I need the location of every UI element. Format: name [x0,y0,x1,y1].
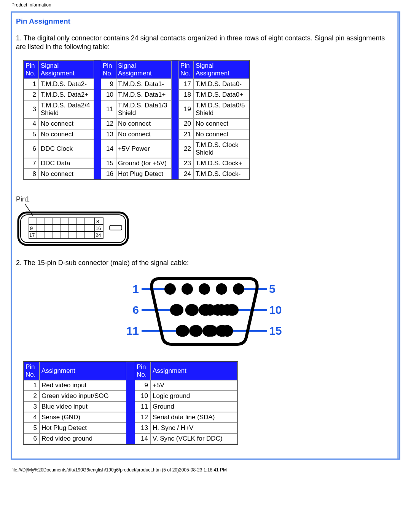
svg-point-48 [185,304,197,316]
dsub-label-10: 10 [269,304,282,316]
signal: Hot Plug Detect [116,169,172,179]
table-row: 1T.M.D.S. Data2-9T.M.D.S. Data1-17T.M.D.… [24,79,249,89]
pin-no: 11 [101,100,116,118]
dsub-pin-table: Pin No. Assignment Pin No. Assignment 1R… [23,361,238,445]
page-header: Product Information [0,0,411,10]
dsub-connector-diagram: 1 5 6 10 11 15 [109,276,299,348]
assignment: Ground [151,401,237,412]
pin-no: 14 [135,433,151,444]
dvi-label-9: 9 [30,225,33,231]
assignment: H. Sync / H+V [151,423,237,433]
pin-no: 10 [101,89,116,100]
footer-path: file:///D|/My%20Documents/dfu/190G6/engl… [11,467,411,473]
table-spacer [94,79,101,89]
svg-point-61 [221,325,233,337]
svg-rect-16 [110,225,122,230]
section-title: Pin Assignment [16,17,393,26]
pin-no: 2 [24,391,40,401]
assignment: Hot Plug Detect [40,423,126,433]
svg-point-59 [203,325,214,337]
pin-no: 6 [24,140,39,158]
pin-no: 2 [24,89,39,100]
table-row: 5Hot Plug Detect13H. Sync / H+V [24,423,237,433]
table-spacer [94,169,101,179]
table-spacer [94,118,101,129]
dsub-label-5: 5 [269,283,276,295]
table-row: 4No connect12No connect20No connect [24,118,249,129]
pin-no: 9 [101,79,116,89]
svg-point-51 [225,304,237,316]
signal: +5V Power [116,140,172,158]
intro-text: 1. The digital only connector contains 2… [16,34,393,51]
pin-no: 1 [24,79,39,89]
signal: DDC Clock [39,140,94,158]
svg-point-47 [172,304,183,316]
dsub-label-15: 15 [269,324,282,337]
pin-no: 16 [101,169,116,179]
table-spacer [126,401,135,412]
table-row: 6DDC Clock14+5V Power22T.M.D.S. Clock Sh… [24,140,249,158]
table-spacer [172,61,178,79]
table-row: 6Red video ground14V. Sync (VCLK for DDC… [24,433,237,444]
pin-no: 13 [101,129,116,140]
signal: T.M.D.S. Clock- [194,169,249,179]
signal: No connect [39,129,94,140]
pin-no: 12 [101,118,116,129]
svg-point-58 [190,325,202,337]
pin-no: 21 [178,129,194,140]
svg-point-57 [178,325,189,337]
pin-no: 14 [101,140,116,158]
pin-no: 4 [24,118,39,129]
pin-no: 12 [135,412,151,423]
table-spacer [172,79,178,89]
signal: T.M.D.S. Data0+ [194,89,249,100]
signal: T.M.D.S. Data2/4 Shield [39,100,94,118]
intro2-text: 2. The 15-pin D-sub connector (male) of … [16,259,393,267]
pin-no: 10 [135,391,151,401]
assignment: Red video input [40,380,126,391]
svg-rect-1 [18,212,128,245]
pin-no: 7 [24,158,39,169]
dsub-label-11: 11 [126,324,139,337]
table-spacer [126,423,135,433]
table-spacer [94,129,101,140]
table-spacer [172,158,178,169]
svg-point-50 [212,304,223,316]
assignment: Red video ground [40,433,126,444]
table-spacer [172,100,178,118]
dvi-label-16: 16 [96,225,101,231]
dvi-connector-svg: 8 9 16 17 24 [16,204,130,250]
col-pin-no: Pin No. [135,362,151,380]
table-spacer [94,158,101,169]
dvi-pin-table: Pin No. Signal Assignment Pin No. Signal… [23,60,250,180]
svg-line-0 [25,204,33,216]
col-assignment: Assignment [151,362,237,380]
dvi-label-8: 8 [96,219,99,224]
signal: T.M.D.S. Data0- [194,79,249,89]
pin-no: 4 [24,412,40,423]
table-spacer [94,140,101,158]
signal: No connect [194,118,249,129]
content-inner: Pin Assignment 1. The digital only conne… [12,13,399,459]
assignment: Green video input/SOG [40,391,126,401]
table-spacer [172,140,178,158]
table-row: 1Red video input9+5V [24,380,237,391]
table-row: 2Green video input/SOG10Logic ground [24,391,237,401]
table-row: 8No connect16Hot Plug Detect24T.M.D.S. C… [24,169,249,179]
col-assignment: Assignment [40,362,126,380]
assignment: Blue video input [40,401,126,412]
assignment: Sense (GND) [40,412,126,423]
signal: No connect [116,129,172,140]
dvi-label-17: 17 [29,232,35,238]
signal: No connect [39,118,94,129]
svg-point-23 [164,283,176,295]
svg-point-26 [216,283,227,295]
col-pin-no: Pin No. [24,362,40,380]
pin-no: 5 [24,423,40,433]
signal: No connect [39,169,94,179]
signal: T.M.D.S. Data2+ [39,89,94,100]
signal: T.M.D.S. Data1- [116,79,172,89]
signal: Ground (for +5V) [116,158,172,169]
content-frame: Pin Assignment 1. The digital only conne… [11,11,400,460]
table-spacer [172,129,178,140]
